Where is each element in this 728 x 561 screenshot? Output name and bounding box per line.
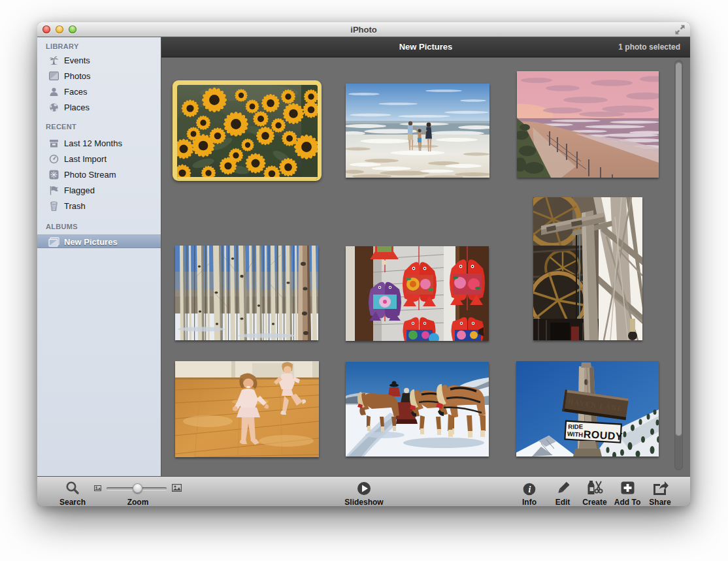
svg-text:i: i [529,485,531,494]
svg-text:RIDE: RIDE [568,423,583,430]
svg-text:WITH: WITH [567,430,584,438]
